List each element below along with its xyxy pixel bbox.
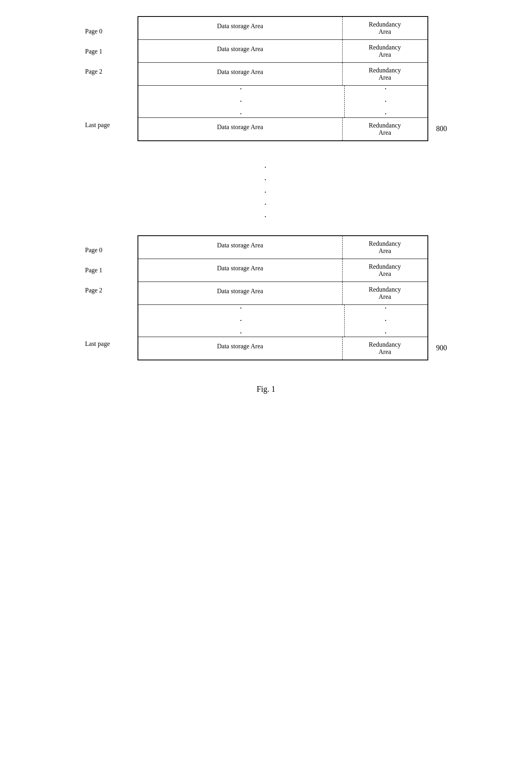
table-row-800-last: Data storage Area RedundancyArea [138, 118, 427, 140]
table-row-800-2: Data storage Area RedundancyArea [138, 63, 427, 86]
cell-data-900-0: Data storage Area [138, 236, 343, 259]
label-page1-800: Page 1 [85, 41, 129, 62]
cell-redundancy-900-last: RedundancyArea [343, 337, 427, 360]
dots-data-900: · · · [138, 305, 345, 337]
table-row-800-dots: · · · · · · [138, 86, 427, 118]
cell-data-800-2: Data storage Area [138, 63, 343, 85]
label-page1-900: Page 1 [85, 260, 129, 280]
label-page0-900: Page 0 [85, 240, 129, 260]
cell-redundancy-800-last: RedundancyArea [343, 118, 427, 140]
label-page2-900: Page 2 [85, 280, 129, 300]
cell-redundancy-900-2: RedundancyArea [343, 282, 427, 304]
cell-redundancy-900-0: RedundancyArea [343, 236, 427, 259]
cell-data-900-2: Data storage Area [138, 282, 343, 304]
diagram-number-800: 800 [436, 125, 447, 141]
between-dots: · · · · · [264, 161, 268, 223]
table-row-900-0: Data storage Area RedundancyArea [138, 236, 427, 259]
fig-label: Fig. 1 [257, 385, 275, 394]
table-row-800-0: Data storage Area RedundancyArea [138, 17, 427, 40]
table-900: Data storage Area RedundancyArea Data st… [138, 235, 428, 360]
label-page2-800: Page 2 [85, 62, 129, 82]
cell-data-900-last: Data storage Area [138, 337, 343, 360]
table-row-900-1: Data storage Area RedundancyArea [138, 259, 427, 282]
label-dots-900 [85, 300, 129, 333]
table-row-900-last: Data storage Area RedundancyArea [138, 337, 427, 360]
label-dots-800 [85, 82, 129, 114]
table-800: Data storage Area RedundancyArea Data st… [138, 16, 428, 141]
table-row-900-2: Data storage Area RedundancyArea [138, 282, 427, 305]
diagram-900: Page 0 Page 1 Page 2 Last page Data stor… [85, 235, 447, 360]
table-row-800-1: Data storage Area RedundancyArea [138, 40, 427, 63]
label-lastpage-800: Last page [85, 114, 129, 136]
cell-redundancy-800-1: RedundancyArea [343, 40, 427, 62]
cell-redundancy-800-2: RedundancyArea [343, 63, 427, 85]
label-page0-800: Page 0 [85, 21, 129, 41]
dots-redundancy-900: · · · [345, 305, 427, 337]
dots-data-800: · · · [138, 86, 345, 117]
cell-data-900-1: Data storage Area [138, 259, 343, 282]
table-row-900-dots: · · · · · · [138, 305, 427, 337]
cell-redundancy-800-0: RedundancyArea [343, 17, 427, 39]
page-wrapper: Page 0 Page 1 Page 2 Last page Data stor… [24, 16, 508, 394]
dots-redundancy-800: · · · [345, 86, 427, 117]
diagram-800: Page 0 Page 1 Page 2 Last page Data stor… [85, 16, 447, 141]
diagram-800-labels: Page 0 Page 1 Page 2 Last page [85, 21, 129, 136]
label-lastpage-900: Last page [85, 333, 129, 355]
cell-redundancy-900-1: RedundancyArea [343, 259, 427, 282]
diagram-number-900: 900 [436, 344, 447, 360]
diagram-900-labels: Page 0 Page 1 Page 2 Last page [85, 240, 129, 355]
cell-data-800-0: Data storage Area [138, 17, 343, 39]
cell-data-800-last: Data storage Area [138, 118, 343, 140]
cell-data-800-1: Data storage Area [138, 40, 343, 62]
